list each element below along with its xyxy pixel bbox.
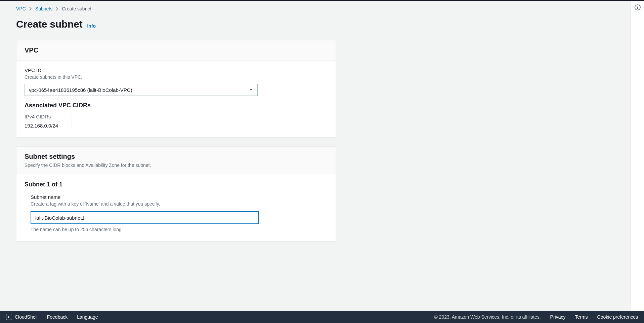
footer-right: © 2023, Amazon Web Services, Inc. or its… (434, 314, 638, 320)
subnet-settings-panel: Subnet settings Specify the CIDR blocks … (16, 146, 336, 241)
breadcrumb: VPC Subnets Create subnet (16, 6, 336, 19)
subnet-name-desc: Create a tag with a key of 'Name' and a … (31, 201, 328, 207)
cloudshell-button[interactable]: CloudShell (6, 314, 38, 320)
vpc-id-select[interactable]: vpc-0654ae41836195c86 (lalit-BioColab-VP… (25, 84, 258, 96)
svg-rect-2 (637, 7, 638, 9)
vpc-id-desc: Create subnets in this VPC. (25, 74, 328, 80)
vpc-id-select-value: vpc-0654ae41836195c86 (lalit-BioColab-VP… (29, 87, 132, 93)
main-scroll-area[interactable]: VPC Subnets Create subnet Create subnet … (0, 1, 631, 311)
subnet-index-heading: Subnet 1 of 1 (25, 181, 328, 194)
subnet-settings-title: Subnet settings (25, 153, 328, 160)
breadcrumb-vpc[interactable]: VPC (16, 6, 26, 11)
info-icon[interactable] (635, 4, 641, 10)
svg-point-1 (637, 6, 638, 6)
associated-cidrs-title: Associated VPC CIDRs (25, 102, 328, 109)
chevron-right-icon (56, 7, 58, 11)
ipv4-cidrs-col: IPv4 CIDRs 192.168.0.0/24 (25, 114, 72, 129)
vpc-panel-title: VPC (25, 46, 328, 54)
vpc-panel-header: VPC (16, 40, 336, 61)
cloudshell-label: CloudShell (15, 314, 38, 320)
ipv4-cidrs-label: IPv4 CIDRs (25, 114, 58, 119)
assoc-divider (72, 114, 72, 129)
subnet-name-hint: The name can be up to 256 characters lon… (31, 227, 328, 232)
subnet-name-block: Subnet name Create a tag with a key of '… (25, 194, 328, 232)
workspace: VPC Subnets Create subnet Create subnet … (0, 1, 644, 311)
feedback-link[interactable]: Feedback (47, 314, 68, 320)
vpc-panel-body: VPC ID Create subnets in this VPC. vpc-0… (16, 61, 336, 137)
subnet-name-input[interactable] (31, 211, 259, 224)
breadcrumb-subnets[interactable]: Subnets (35, 6, 52, 11)
vpc-id-label: VPC ID (25, 67, 328, 73)
page-title-row: Create subnet Info (16, 19, 336, 40)
associated-cidrs-row: IPv4 CIDRs 192.168.0.0/24 (25, 114, 328, 129)
main-content: VPC Subnets Create subnet Create subnet … (0, 1, 349, 270)
footer-left: CloudShell Feedback Language (6, 314, 98, 320)
subnet-settings-subtitle: Specify the CIDR blocks and Availability… (25, 163, 328, 168)
subnet-settings-header: Subnet settings Specify the CIDR blocks … (16, 147, 336, 174)
chevron-right-icon (29, 7, 32, 11)
subnet-settings-body: Subnet 1 of 1 Subnet name Create a tag w… (16, 174, 336, 241)
vpc-panel: VPC VPC ID Create subnets in this VPC. v… (16, 40, 336, 138)
terms-link[interactable]: Terms (575, 314, 588, 320)
footer: CloudShell Feedback Language © 2023, Ama… (0, 311, 644, 323)
copyright-text: © 2023, Amazon Web Services, Inc. or its… (434, 314, 541, 320)
vpc-id-select-wrap: vpc-0654ae41836195c86 (lalit-BioColab-VP… (25, 84, 258, 96)
cookie-preferences-link[interactable]: Cookie preferences (597, 314, 638, 320)
page-info-link[interactable]: Info (87, 23, 96, 29)
caret-down-icon (249, 88, 253, 91)
ipv4-cidrs-value: 192.168.0.0/24 (25, 123, 58, 129)
right-help-rail (631, 1, 644, 311)
language-selector[interactable]: Language (77, 314, 98, 320)
breadcrumb-current: Create subnet (62, 6, 91, 11)
cloudshell-icon (6, 314, 12, 320)
page-title: Create subnet (16, 19, 82, 30)
subnet-name-label: Subnet name (31, 194, 328, 200)
privacy-link[interactable]: Privacy (550, 314, 566, 320)
